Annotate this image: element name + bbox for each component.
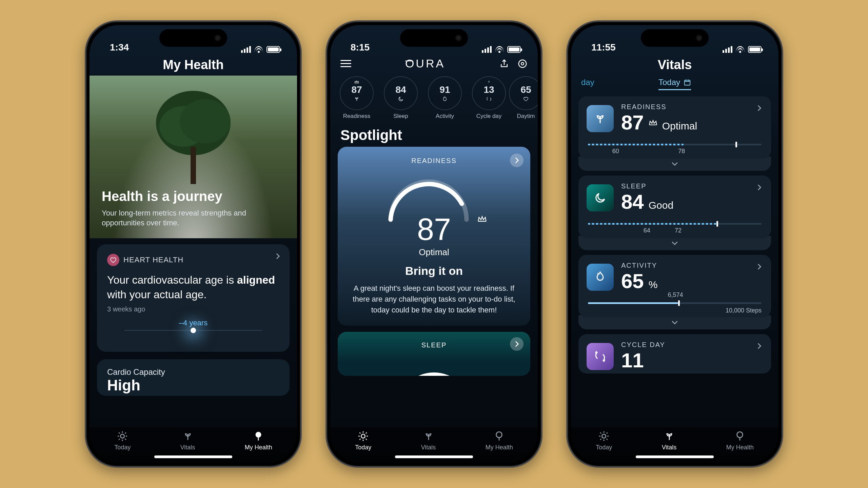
home-indicator[interactable] [636, 455, 714, 458]
crown-icon [477, 216, 487, 222]
ring-sleep[interactable]: 84Sleep [382, 76, 420, 120]
spotlight-heading: Spotlight [330, 122, 538, 147]
chevron-right-icon [755, 342, 764, 350]
expand-readiness[interactable] [578, 157, 771, 171]
chevron-down-icon [670, 159, 679, 168]
phone-today: 8:15 OURA 87Readiness84Sleep91Activity13… [326, 20, 542, 468]
vital-readiness[interactable]: READINESS 87 Optimal 60 78 [578, 96, 771, 159]
wifi-icon [495, 46, 504, 53]
heart-health-label: HEART HEALTH [123, 256, 183, 264]
svg-rect-6 [258, 437, 259, 441]
tab-myhealth[interactable]: My Health [726, 430, 754, 451]
status-right [241, 46, 280, 53]
svg-rect-3 [191, 147, 196, 184]
clock: 8:15 [351, 42, 370, 53]
content: READINESS 87 Optimal Bring it on A great… [330, 147, 538, 427]
tab-today[interactable]: Today [114, 430, 131, 451]
page-title: My Health [90, 56, 297, 76]
home-indicator[interactable] [395, 455, 473, 458]
home-indicator[interactable] [154, 455, 232, 458]
heart-health-pill: HEART HEALTH [107, 254, 183, 266]
sleep-gauge [390, 362, 478, 376]
chevron-right-icon [273, 252, 282, 261]
readiness-card[interactable]: READINESS 87 Optimal Bring it on A great… [338, 147, 530, 326]
tree-illustration [149, 86, 237, 187]
menu-button[interactable] [340, 60, 351, 67]
clock: 1:34 [110, 42, 129, 53]
cardio-capacity-card[interactable]: Cardio Capacity High [97, 359, 290, 396]
score-rings[interactable]: 87Readiness84Sleep91Activity13Cycle day6… [330, 73, 538, 122]
expand-activity[interactable] [578, 315, 771, 329]
tab-myhealth[interactable]: My Health [245, 430, 272, 451]
prev-day[interactable]: day [581, 78, 594, 87]
open-button[interactable] [510, 154, 524, 167]
sleep-card[interactable]: SLEEP [338, 332, 530, 376]
heart-icon [107, 254, 119, 266]
svg-point-10 [361, 434, 365, 438]
cardio-capacity-value: High [107, 377, 279, 394]
cell-signal-icon [241, 46, 251, 53]
vital-sleep[interactable]: SLEEP 84 Good 64 72 [578, 176, 771, 238]
hero-heading: Health is a journey [102, 189, 285, 204]
heart-health-card[interactable]: HEART HEALTH Your cardiovascular age is … [97, 244, 290, 352]
readiness-body: A great night's sleep can boost your rea… [350, 283, 518, 316]
sun-icon [598, 430, 610, 442]
sprout-icon [664, 430, 675, 442]
crown-icon [649, 117, 657, 128]
vital-cycle[interactable]: CYCLE DAY 11 [578, 334, 771, 373]
cell-signal-icon [482, 46, 492, 53]
tab-today[interactable]: Today [355, 430, 371, 451]
ring-daytim[interactable]: 65Daytim [514, 76, 538, 120]
brand-logo: OURA [405, 57, 445, 70]
svg-point-13 [602, 434, 606, 438]
day-tabs: day Today [571, 76, 778, 95]
tab-myhealth[interactable]: My Health [486, 430, 513, 451]
activity-label: ACTIVITY [621, 262, 657, 269]
svg-point-14 [737, 432, 743, 438]
sleep-state: Good [649, 200, 673, 211]
readiness-headline: Bring it on [350, 264, 518, 278]
sleep-value: 84 [621, 190, 644, 214]
tab-today[interactable]: Today [658, 78, 691, 90]
svg-point-5 [256, 432, 261, 438]
phone-vitals: 11:55 Vitals day Today [566, 20, 783, 468]
cycle-value: 11 [621, 349, 644, 372]
cycle-label: CYCLE DAY [621, 341, 665, 349]
notch [159, 29, 227, 47]
tab-vitals[interactable]: Vitals [421, 430, 436, 451]
tab-vitals[interactable]: Vitals [662, 430, 677, 451]
tab-vitals[interactable]: Vitals [180, 430, 195, 451]
wifi-icon [254, 46, 263, 53]
tree-icon [734, 430, 746, 442]
target-icon[interactable] [517, 59, 528, 69]
open-button[interactable] [510, 337, 524, 351]
sprout-icon [423, 430, 434, 442]
sprout-icon [182, 430, 194, 442]
cycle-thumb [587, 343, 614, 370]
ring-activity[interactable]: 91Activity [426, 76, 464, 120]
chevron-right-icon [755, 183, 764, 192]
readiness-state: Optimal [662, 120, 697, 132]
tab-today[interactable]: Today [596, 430, 612, 451]
chevron-down-icon [670, 239, 679, 247]
ring-cycle-day[interactable]: 13Cycle day [470, 76, 508, 120]
readiness-label: READINESS [621, 103, 697, 111]
screen-today: 8:15 OURA 87Readiness84Sleep91Activity13… [330, 25, 538, 463]
ring-readiness[interactable]: 87Readiness [338, 76, 376, 120]
content: Health is a journey Your long-term metri… [90, 76, 297, 427]
notch [641, 29, 709, 47]
sleep-range: 64 72 [588, 220, 762, 231]
share-icon[interactable] [499, 59, 509, 69]
phone-myhealth: 1:34 My Health Health is a journey Your … [85, 20, 302, 468]
expand-sleep[interactable] [578, 236, 771, 250]
vital-activity[interactable]: ACTIVITY 65 % 6,574 10,000 Steps [578, 255, 771, 317]
wifi-icon [736, 46, 745, 53]
cardio-age-delta: –4 years [179, 319, 208, 327]
activity-range: 6,574 10,000 Steps [588, 299, 762, 310]
cardio-capacity-label: Cardio Capacity [107, 367, 279, 377]
screen-myhealth: 1:34 My Health Health is a journey Your … [90, 25, 297, 463]
svg-point-4 [121, 434, 124, 438]
heart-health-timestamp: 3 weeks ago [107, 305, 279, 313]
content: READINESS 87 Optimal 60 78 [571, 95, 778, 427]
activity-current: 6,574 [668, 291, 683, 299]
